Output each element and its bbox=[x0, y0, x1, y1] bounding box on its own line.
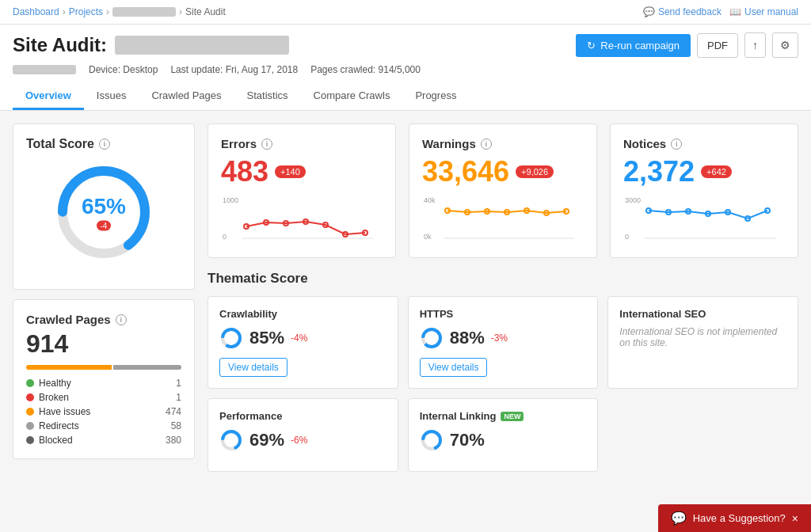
https-delta: -3% bbox=[491, 332, 508, 344]
header-actions: ↻ Re-run campaign PDF ↑ ⚙ bbox=[576, 32, 798, 58]
warnings-badge: +9,026 bbox=[516, 165, 554, 178]
warnings-value-row: 33,646 +9,026 bbox=[422, 155, 584, 188]
main-content: Total Score i 65% -4 bbox=[0, 111, 811, 484]
https-donut bbox=[420, 326, 444, 350]
svg-text:3000: 3000 bbox=[625, 196, 641, 204]
crawlability-donut bbox=[219, 326, 243, 350]
notices-value-row: 2,372 +642 bbox=[623, 155, 785, 188]
warnings-chart: 40k 0k bbox=[422, 195, 584, 242]
crawlability-view-details[interactable]: View details bbox=[219, 358, 287, 377]
breadcrumb-site-audit: Site Audit bbox=[185, 6, 226, 17]
device-info: Device: Desktop bbox=[89, 64, 158, 75]
progress-bar-issues bbox=[26, 365, 112, 370]
pdf-button[interactable]: PDF bbox=[697, 33, 738, 58]
total-score-info-icon[interactable]: i bbox=[99, 139, 110, 150]
total-score-title: Total Score i bbox=[26, 137, 181, 151]
tab-crawled-pages[interactable]: Crawled Pages bbox=[139, 83, 234, 110]
warnings-value: 33,646 bbox=[422, 155, 509, 188]
crawled-pages-info-icon[interactable]: i bbox=[116, 314, 127, 325]
crawled-pages-title: Crawled Pages i bbox=[26, 313, 181, 326]
thematic-grid: Crawlability 85% -4% View details HTTPS bbox=[208, 296, 798, 472]
thematic-https: HTTPS 88% -3% View details bbox=[408, 296, 599, 389]
broken-label: Broken bbox=[39, 392, 69, 403]
score-delta: -4 bbox=[97, 221, 112, 231]
performance-delta: -6% bbox=[291, 435, 307, 446]
thematic-section: Thematic Score Crawlability 85% -4% View… bbox=[208, 271, 798, 472]
metrics-row: Errors i 483 +140 1000 0 bbox=[208, 124, 798, 258]
notices-value: 2,372 bbox=[623, 155, 695, 188]
issues-dot bbox=[26, 408, 34, 416]
https-view-details[interactable]: View details bbox=[420, 358, 488, 377]
progress-bar bbox=[26, 365, 181, 370]
tabs: Overview Issues Crawled Pages Statistics… bbox=[13, 83, 798, 110]
message-icon: 💬 bbox=[643, 6, 655, 17]
rerun-campaign-button[interactable]: ↻ Re-run campaign bbox=[576, 34, 691, 57]
thematic-crawlability: Crawlability 85% -4% View details bbox=[208, 296, 398, 389]
notices-card: Notices i 2,372 +642 3000 0 bbox=[610, 124, 798, 258]
score-circle-container: 65% -4 bbox=[26, 161, 181, 264]
breadcrumb-dashboard[interactable]: Dashboard bbox=[13, 6, 59, 17]
thematic-title: Thematic Score bbox=[208, 271, 798, 287]
https-title: HTTPS bbox=[420, 308, 587, 320]
errors-title: Errors i bbox=[221, 137, 383, 150]
crawlability-delta: -4% bbox=[291, 332, 307, 344]
crawled-count: 914 bbox=[26, 329, 181, 359]
errors-chart: 1000 0 bbox=[221, 195, 383, 242]
legend: Healthy 1 Broken 1 Have issues bbox=[26, 378, 181, 446]
svg-point-35 bbox=[423, 329, 440, 347]
thematic-performance: Performance 69% -6% bbox=[208, 398, 398, 472]
svg-text:0: 0 bbox=[625, 233, 629, 241]
healthy-dot bbox=[26, 379, 34, 387]
performance-score: 69% bbox=[249, 430, 284, 450]
errors-info-icon[interactable]: i bbox=[261, 139, 272, 150]
total-score-card: Total Score i 65% -4 bbox=[13, 124, 195, 290]
tab-progress[interactable]: Progress bbox=[402, 83, 469, 110]
send-feedback-link[interactable]: 💬 Send feedback bbox=[643, 6, 722, 17]
crawlability-title: Crawlability bbox=[219, 308, 386, 320]
crawlability-score-row: 85% -4% bbox=[219, 326, 386, 350]
performance-donut bbox=[219, 428, 243, 452]
svg-text:0k: 0k bbox=[424, 233, 432, 241]
blocked-label: Blocked bbox=[39, 435, 73, 446]
broken-dot bbox=[26, 393, 34, 401]
notices-info-icon[interactable]: i bbox=[671, 139, 682, 150]
performance-title: Performance bbox=[219, 410, 386, 422]
pages-crawled: Pages crawled: 914/5,000 bbox=[310, 64, 421, 75]
intl-seo-title: International SEO bbox=[619, 308, 786, 320]
broken-count: 1 bbox=[176, 392, 181, 403]
thematic-intl-seo: International SEO International SEO is n… bbox=[607, 296, 798, 389]
user-manual-link[interactable]: 📖 User manual bbox=[729, 6, 798, 17]
blocked-dot bbox=[26, 436, 34, 444]
thematic-internal-linking: Internal Linking NEW 70% bbox=[408, 398, 599, 472]
score-circle: 65% -4 bbox=[52, 161, 155, 264]
top-actions: 💬 Send feedback 📖 User manual bbox=[643, 6, 798, 17]
crawlability-score: 85% bbox=[249, 328, 284, 348]
errors-card: Errors i 483 +140 1000 0 bbox=[208, 124, 396, 258]
internal-linking-title: Internal Linking NEW bbox=[420, 410, 587, 422]
left-panel: Total Score i 65% -4 bbox=[13, 124, 195, 472]
breadcrumb-projects[interactable]: Projects bbox=[69, 6, 103, 17]
svg-text:0: 0 bbox=[223, 233, 227, 241]
export-button[interactable]: ↑ bbox=[744, 32, 766, 58]
warnings-info-icon[interactable]: i bbox=[481, 139, 492, 150]
warnings-title: Warnings i bbox=[422, 137, 584, 150]
errors-badge: +140 bbox=[275, 165, 306, 178]
internal-linking-score: 70% bbox=[450, 430, 485, 450]
crawled-pages-card: Crawled Pages i 914 Healthy 1 bbox=[13, 299, 195, 459]
page-title: Site Audit: bbox=[13, 34, 289, 56]
legend-issues: Have issues 474 bbox=[26, 406, 181, 417]
internal-linking-donut bbox=[420, 428, 444, 452]
legend-blocked: Blocked 380 bbox=[26, 435, 181, 446]
svg-text:40k: 40k bbox=[424, 196, 436, 204]
project-name-blurred bbox=[115, 36, 289, 55]
tab-issues[interactable]: Issues bbox=[84, 83, 139, 110]
new-badge: NEW bbox=[501, 412, 524, 421]
tab-compare-crawls[interactable]: Compare Crawls bbox=[301, 83, 403, 110]
notices-chart: 3000 0 bbox=[623, 195, 785, 242]
tab-overview[interactable]: Overview bbox=[13, 83, 84, 110]
settings-button[interactable]: ⚙ bbox=[772, 32, 798, 58]
page-header: Site Audit: ↻ Re-run campaign PDF ↑ ⚙ De… bbox=[0, 25, 811, 111]
book-icon: 📖 bbox=[729, 6, 741, 17]
tab-statistics[interactable]: Statistics bbox=[234, 83, 301, 110]
right-panel: Errors i 483 +140 1000 0 bbox=[208, 124, 798, 472]
